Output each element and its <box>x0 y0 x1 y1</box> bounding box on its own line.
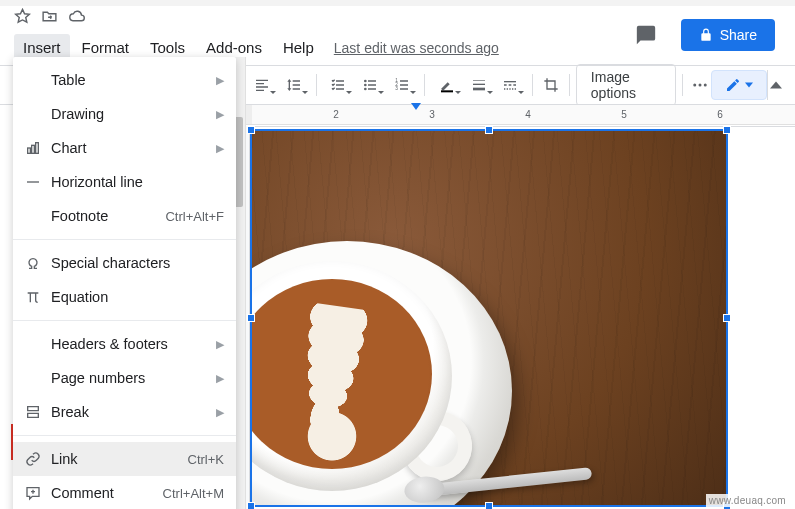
document-canvas[interactable] <box>246 126 795 509</box>
numbered-list-button[interactable]: 123 <box>386 72 418 98</box>
insert-menu-dropdown: Table▶ Drawing▶ Chart▶ Horizontal line F… <box>13 57 236 509</box>
crop-button[interactable] <box>539 72 563 98</box>
last-edit-link[interactable]: Last edit was seconds ago <box>334 40 499 56</box>
checklist-button[interactable] <box>322 72 354 98</box>
line-spacing-button[interactable] <box>278 72 310 98</box>
chart-icon <box>25 140 51 156</box>
align-button[interactable] <box>246 72 278 98</box>
resize-handle-bl[interactable] <box>247 502 255 509</box>
lock-icon <box>699 28 713 42</box>
resize-handle-ml[interactable] <box>247 314 255 322</box>
hide-menus-button[interactable] <box>767 70 785 100</box>
svg-point-11 <box>693 84 696 87</box>
pen-icon <box>725 77 741 93</box>
more-toolbar-button[interactable] <box>689 71 711 99</box>
resize-handle-mr[interactable] <box>723 314 731 322</box>
horizontal-ruler[interactable]: 2 3 4 5 6 7 <box>246 105 795 125</box>
image-content <box>252 131 726 505</box>
svg-point-1 <box>364 84 367 87</box>
svg-rect-9 <box>473 88 485 91</box>
submenu-arrow-icon: ▶ <box>216 74 224 87</box>
insert-comment[interactable]: CommentCtrl+Alt+M <box>13 476 236 509</box>
share-button-label: Share <box>720 27 757 43</box>
watermark: www.deuaq.com <box>706 494 789 507</box>
doc-status-icons <box>14 8 85 28</box>
cloud-status-icon[interactable] <box>68 8 85 28</box>
app-window: Insert Format Tools Add-ons Help Last ed… <box>0 0 795 509</box>
move-folder-icon[interactable] <box>41 8 58 28</box>
omega-icon <box>25 255 51 271</box>
link-icon <box>25 451 51 467</box>
ruler-ticks: 2 3 4 5 6 7 <box>258 105 795 124</box>
resize-handle-tl[interactable] <box>247 126 255 134</box>
insert-equation[interactable]: Equation <box>13 280 236 314</box>
svg-rect-8 <box>473 84 485 85</box>
resize-handle-tr[interactable] <box>723 126 731 134</box>
caret-down-icon <box>745 81 753 89</box>
svg-rect-15 <box>32 145 35 153</box>
svg-point-0 <box>364 80 367 83</box>
bulleted-list-button[interactable] <box>354 72 386 98</box>
svg-rect-10 <box>504 81 516 82</box>
horizontal-line-icon <box>25 174 51 190</box>
star-icon[interactable] <box>14 8 31 28</box>
insert-drawing[interactable]: Drawing▶ <box>13 97 236 131</box>
insert-special-characters[interactable]: Special characters <box>13 246 236 280</box>
insert-table[interactable]: Table▶ <box>13 63 236 97</box>
page <box>249 126 795 509</box>
insert-headers-footers[interactable]: Headers & footers▶ <box>13 327 236 361</box>
border-weight-button[interactable] <box>463 72 495 98</box>
insert-footnote[interactable]: FootnoteCtrl+Alt+F <box>13 199 236 233</box>
svg-rect-14 <box>28 148 31 153</box>
svg-rect-7 <box>473 80 485 81</box>
insert-horizontal-line[interactable]: Horizontal line <box>13 165 236 199</box>
svg-point-13 <box>704 84 707 87</box>
break-icon <box>25 404 51 420</box>
border-dash-button[interactable] <box>495 72 527 98</box>
insert-link[interactable]: LinkCtrl+K <box>13 442 236 476</box>
open-comments-button[interactable] <box>629 18 663 52</box>
svg-text:3: 3 <box>395 86 398 91</box>
svg-rect-6 <box>441 90 453 92</box>
selected-image[interactable] <box>250 129 728 507</box>
top-right-actions: Share <box>629 18 775 52</box>
border-color-button[interactable] <box>431 72 463 98</box>
svg-point-2 <box>364 88 367 91</box>
insert-break[interactable]: Break▶ <box>13 395 236 429</box>
share-button[interactable]: Share <box>681 19 775 51</box>
insert-page-numbers[interactable]: Page numbers▶ <box>13 361 236 395</box>
svg-point-12 <box>698 84 701 87</box>
comment-add-icon <box>25 485 51 501</box>
resize-handle-bm[interactable] <box>485 502 493 509</box>
svg-rect-16 <box>36 143 39 154</box>
image-options-button[interactable]: Image options <box>576 64 676 106</box>
editing-mode-button[interactable] <box>711 70 767 100</box>
pi-icon <box>25 289 51 305</box>
resize-handle-tm[interactable] <box>485 126 493 134</box>
insert-chart[interactable]: Chart▶ <box>13 131 236 165</box>
menu-help[interactable]: Help <box>274 34 323 61</box>
